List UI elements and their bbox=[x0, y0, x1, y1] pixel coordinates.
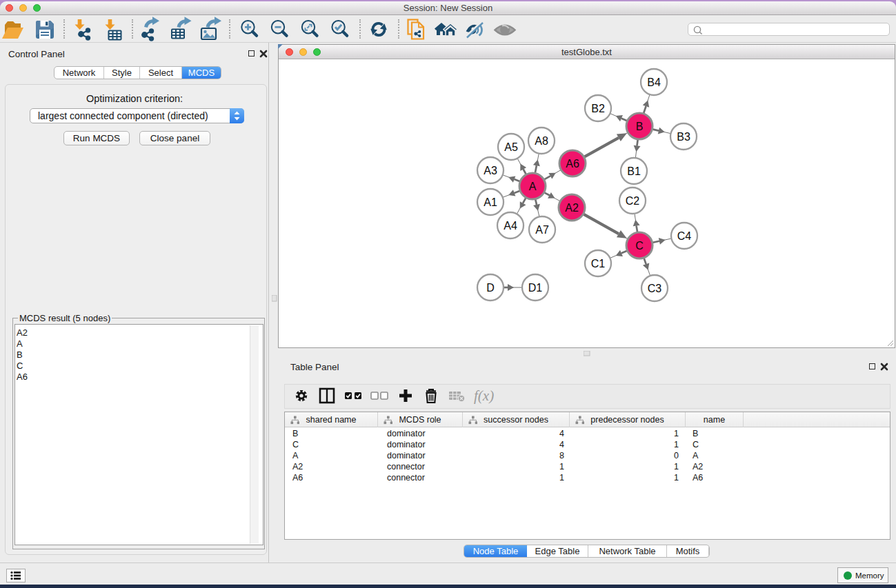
svg-text:C4: C4 bbox=[677, 230, 692, 242]
svg-text:D: D bbox=[486, 282, 495, 294]
svg-text:A3: A3 bbox=[484, 165, 497, 176]
svg-text:B3: B3 bbox=[677, 131, 690, 143]
svg-text:A5: A5 bbox=[504, 141, 518, 153]
svg-text:B2: B2 bbox=[591, 103, 605, 114]
svg-text:A4: A4 bbox=[504, 220, 517, 232]
svg-text:C3: C3 bbox=[648, 283, 662, 294]
svg-text:C2: C2 bbox=[626, 195, 640, 207]
svg-text:A6: A6 bbox=[566, 158, 579, 170]
svg-text:C: C bbox=[635, 240, 644, 252]
svg-text:A2: A2 bbox=[565, 202, 579, 214]
svg-text:A7: A7 bbox=[535, 224, 549, 236]
svg-text:B1: B1 bbox=[627, 165, 641, 177]
svg-text:B: B bbox=[636, 121, 644, 132]
svg-text:B4: B4 bbox=[647, 77, 661, 88]
svg-text:A1: A1 bbox=[484, 196, 497, 208]
svg-text:f(x): f(x) bbox=[474, 387, 494, 404]
svg-text:A: A bbox=[529, 181, 537, 192]
svg-text:D1: D1 bbox=[528, 282, 543, 294]
svg-text:C1: C1 bbox=[591, 258, 606, 270]
svg-text:A8: A8 bbox=[535, 135, 548, 147]
